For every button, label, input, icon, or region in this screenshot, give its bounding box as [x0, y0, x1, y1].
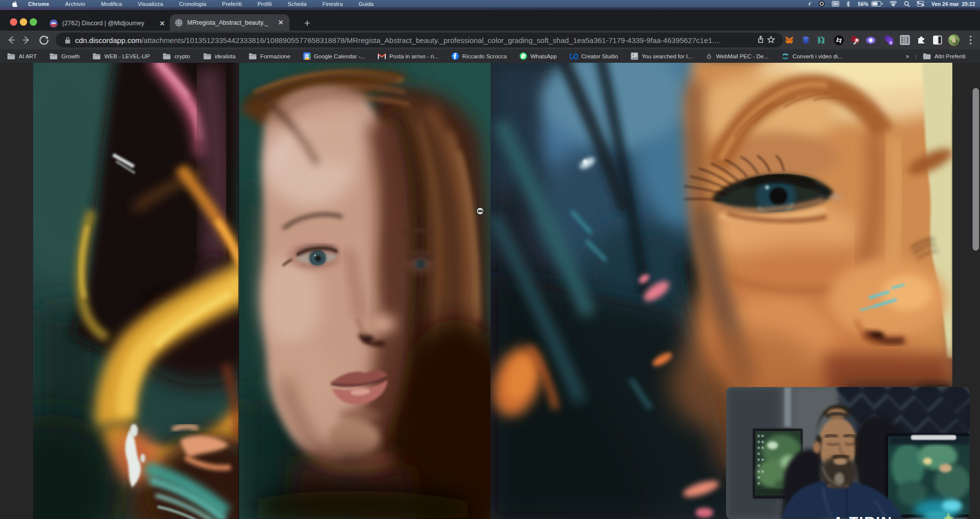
svg-text:5: 5: [890, 41, 892, 45]
svg-text:A TIRIN: A TIRIN: [833, 514, 893, 519]
svg-text:13: 13: [304, 53, 309, 58]
